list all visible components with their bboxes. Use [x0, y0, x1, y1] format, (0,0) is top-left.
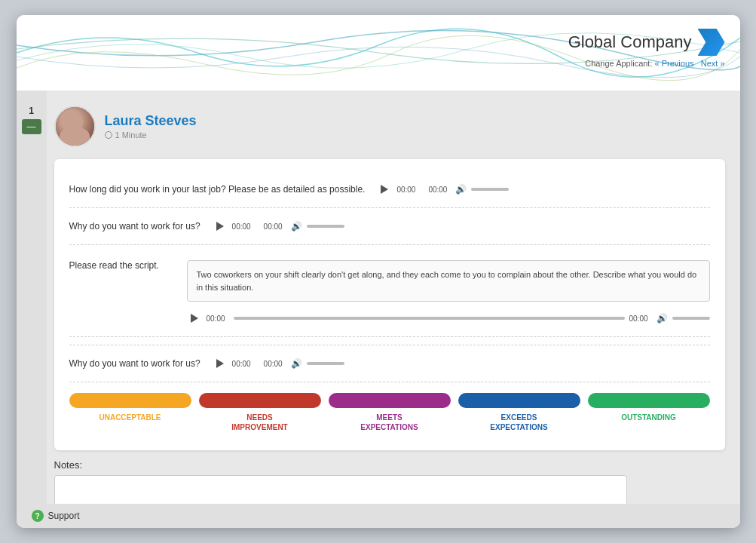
next-link[interactable]: Next » — [701, 59, 725, 68]
q2-time-start: 00:00 — [232, 222, 255, 231]
q3-content: Please read the script. Two coworkers on… — [69, 253, 710, 337]
sidebar-button[interactable]: — — [22, 119, 41, 134]
rating-label-needs-improvement: NEEDSIMPROVEMENT — [231, 413, 287, 432]
rating-bar-meets-expectations[interactable] — [329, 393, 451, 408]
q2-play-icon — [216, 222, 224, 231]
applicant-info: Laura Steeves 1 Minute — [105, 113, 197, 140]
rating-section: UNACCEPTABLE NEEDSIMPROVEMENT MEETSEXPEC… — [69, 382, 710, 438]
q3-text: Please read the script. — [69, 260, 175, 271]
q2-audio-player: 00:00 00:00 🔊 — [213, 216, 344, 237]
q4-play-icon — [216, 359, 224, 368]
q2-volume-slider[interactable] — [307, 225, 344, 228]
q3-audio-player: 00:00 00:00 🔊 — [187, 308, 710, 329]
question-row-4: Why do you want to work for us? 00:00 00… — [69, 345, 710, 382]
q1-play-button[interactable] — [377, 182, 392, 197]
notes-textarea[interactable] — [54, 475, 627, 504]
q3-time-start: 00:00 — [207, 314, 229, 323]
main-content: 1 — Laura Steeves 1 Minute — [17, 90, 740, 504]
q1-text: How long did you work in your last job? … — [69, 184, 366, 195]
applicant-name: Laura Steeves — [105, 113, 197, 129]
sidebar-number: 1 — [29, 106, 34, 116]
avatar — [54, 106, 96, 147]
question-row-3: Please read the script. Two coworkers on… — [69, 245, 710, 345]
q3-progress-bar[interactable] — [234, 317, 625, 320]
support-label: Support — [48, 511, 80, 521]
support-icon: ? — [32, 510, 44, 522]
q3-right: Two coworkers on your shift clearly don'… — [187, 260, 710, 329]
q1-audio-player: 00:00 00:00 🔊 — [377, 179, 509, 200]
q3-volume-icon[interactable]: 🔊 — [657, 313, 668, 324]
rating-bar-unacceptable[interactable] — [69, 393, 191, 408]
question-row-2: Why do you want to work for us? 00:00 00… — [69, 208, 710, 245]
q4-volume-slider[interactable] — [307, 362, 344, 365]
notes-label: Notes: — [54, 459, 725, 471]
q2-play-button[interactable] — [213, 219, 228, 234]
company-name-row: Global Company — [568, 29, 725, 56]
q3-volume-slider[interactable] — [672, 317, 710, 320]
applicant-header: Laura Steeves 1 Minute — [54, 106, 725, 147]
q1-content: How long did you work in your last job? … — [69, 179, 710, 200]
content-area: Laura Steeves 1 Minute How long did you … — [47, 90, 740, 504]
q4-audio-player: 00:00 00:00 🔊 — [213, 353, 344, 374]
company-name-text: Global Company — [568, 32, 692, 52]
rating-label-unacceptable: UNACCEPTABLE — [99, 413, 161, 422]
q1-time-end: 00:00 — [428, 186, 451, 194]
rating-exceeds-expectations: EXCEEDSEXPECTATIONS — [458, 393, 580, 432]
q4-play-button[interactable] — [213, 356, 228, 371]
q2-time-end: 00:00 — [264, 222, 286, 231]
sidebar: 1 — — [17, 90, 47, 504]
q3-play-button[interactable] — [187, 311, 202, 326]
interview-card: How long did you work in your last job? … — [54, 159, 725, 450]
rating-needs-improvement: NEEDSIMPROVEMENT — [199, 393, 321, 432]
header: Global Company Change Applicant: « Previ… — [17, 15, 740, 90]
change-applicant-bar: Change Applicant: « Previous Next » — [585, 59, 724, 68]
notes-wrapper: Notes: — [54, 459, 725, 504]
q1-volume-icon[interactable]: 🔊 — [455, 184, 467, 195]
q2-text: Why do you want to work for us? — [69, 221, 200, 232]
q3-play-icon — [191, 314, 198, 323]
company-logo — [698, 29, 725, 56]
q4-volume-icon[interactable]: 🔊 — [291, 358, 302, 369]
rating-unacceptable: UNACCEPTABLE — [69, 393, 191, 432]
q1-play-icon — [381, 185, 388, 194]
rating-meets-expectations: MEETSEXPECTATIONS — [329, 393, 451, 432]
clock-icon — [105, 131, 112, 139]
rating-outstanding: OUTSTANDING — [588, 393, 710, 432]
avatar-image — [56, 107, 94, 146]
main-window: Global Company Change Applicant: « Previ… — [17, 15, 740, 528]
q2-volume-icon[interactable]: 🔊 — [291, 221, 302, 232]
q4-text: Why do you want to work for us? — [69, 358, 200, 369]
q4-content: Why do you want to work for us? 00:00 00… — [69, 353, 710, 374]
script-box: Two coworkers on your shift clearly don'… — [187, 260, 710, 302]
applicant-meta: 1 Minute — [105, 130, 197, 140]
rating-label-exceeds-expectations: EXCEEDSEXPECTATIONS — [490, 413, 547, 432]
q1-time-start: 00:00 — [396, 186, 419, 194]
company-info: Global Company Change Applicant: « Previ… — [568, 29, 725, 68]
rating-bar-exceeds-expectations[interactable] — [458, 393, 580, 408]
q4-time-end: 00:00 — [264, 360, 286, 368]
q4-time-start: 00:00 — [232, 360, 255, 368]
rating-bar-outstanding[interactable] — [588, 393, 710, 408]
footer: ? Support — [17, 504, 740, 528]
q1-volume-slider[interactable] — [471, 188, 509, 191]
q2-content: Why do you want to work for us? 00:00 00… — [69, 216, 710, 237]
support-button[interactable]: ? Support — [32, 510, 80, 522]
rating-label-outstanding: OUTSTANDING — [621, 413, 676, 422]
previous-link[interactable]: « Previous — [655, 59, 694, 68]
q3-time-end: 00:00 — [629, 314, 652, 323]
question-row-1: How long did you work in your last job? … — [69, 171, 710, 208]
applicant-duration: 1 Minute — [115, 130, 147, 140]
rating-label-meets-expectations: MEETSEXPECTATIONS — [360, 413, 418, 432]
rating-bar-needs-improvement[interactable] — [199, 393, 321, 408]
